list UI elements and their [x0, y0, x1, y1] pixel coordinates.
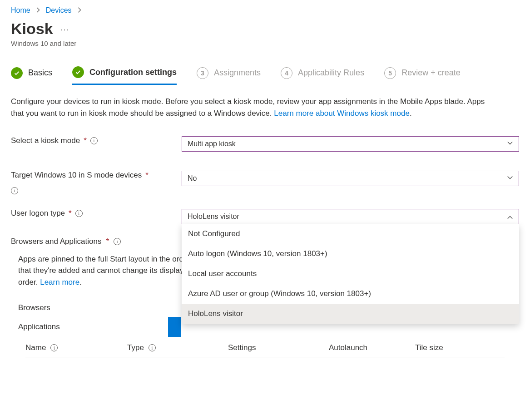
- breadcrumb-home[interactable]: Home: [11, 6, 30, 15]
- col-label: Autolaunch: [329, 343, 367, 352]
- wizard-steps: Basics Configuration settings 3 Assignme…: [11, 66, 519, 85]
- required-asterisk: *: [69, 209, 72, 218]
- more-actions-icon[interactable]: ···: [60, 25, 70, 35]
- select-user-logon-type[interactable]: HoloLens visitor Not Configured Auto log…: [182, 209, 519, 224]
- col-label: Tile size: [415, 343, 443, 352]
- info-icon[interactable]: i: [11, 187, 18, 194]
- col-name[interactable]: Name i: [25, 343, 127, 352]
- tab-applications[interactable]: Applications: [18, 318, 168, 336]
- info-icon[interactable]: i: [90, 137, 98, 144]
- step-number-badge: 5: [384, 67, 396, 79]
- col-label: Settings: [228, 343, 256, 352]
- step-label: Assignments: [214, 68, 261, 78]
- intro-text: Configure your devices to run in kiosk m…: [11, 96, 492, 120]
- label-text: Browsers and Applications: [11, 237, 101, 246]
- select-value: No: [188, 174, 197, 183]
- col-settings[interactable]: Settings: [228, 343, 329, 352]
- select-value: Multi app kiosk: [188, 140, 236, 148]
- label-text: Target Windows 10 in S mode devices: [11, 171, 142, 180]
- required-asterisk: *: [145, 171, 149, 180]
- step-basics[interactable]: Basics: [11, 67, 52, 84]
- step-label: Applicability Rules: [298, 68, 364, 78]
- step-number-badge: 3: [197, 67, 208, 79]
- breadcrumb: Home Devices: [11, 6, 519, 15]
- table-header-row: Name i Type i Settings Autolaunch Tile s…: [25, 343, 505, 352]
- row-kiosk-mode: Select a kiosk mode * i Multi app kiosk: [11, 136, 519, 152]
- info-icon[interactable]: i: [149, 344, 156, 351]
- info-icon[interactable]: i: [50, 344, 58, 351]
- checkmark-icon: [72, 66, 84, 78]
- row-user-logon-type: User logon type * i HoloLens visitor Not…: [11, 209, 519, 224]
- step-assignments[interactable]: 3 Assignments: [197, 67, 261, 84]
- select-kiosk-mode[interactable]: Multi app kiosk: [182, 136, 519, 152]
- required-asterisk: *: [106, 237, 109, 246]
- required-asterisk: *: [84, 136, 87, 145]
- option-local-user-accounts[interactable]: Local user accounts: [182, 264, 519, 284]
- active-tab-indicator: [168, 317, 181, 337]
- col-label: Type: [127, 343, 144, 352]
- select-value: HoloLens visitor: [188, 212, 239, 221]
- col-autolaunch[interactable]: Autolaunch: [329, 343, 415, 352]
- step-configuration-settings[interactable]: Configuration settings: [72, 66, 177, 85]
- section-description: Apps are pinned to the full Start layout…: [18, 253, 191, 288]
- label-text: User logon type: [11, 209, 65, 218]
- learn-more-link[interactable]: Learn more about Windows kiosk mode: [274, 109, 410, 118]
- select-s-mode[interactable]: No: [182, 171, 519, 186]
- option-azure-ad-user-group[interactable]: Azure AD user or group (Windows 10, vers…: [182, 284, 519, 304]
- checkmark-icon: [11, 67, 23, 79]
- chevron-down-icon: [507, 140, 513, 148]
- col-label: Name: [25, 343, 46, 352]
- col-type[interactable]: Type i: [127, 343, 228, 352]
- step-label: Review + create: [401, 68, 461, 78]
- intro-body: Configure your devices to run in kiosk m…: [11, 97, 485, 118]
- step-applicability-rules[interactable]: 4 Applicability Rules: [281, 67, 364, 84]
- desc-dot: .: [79, 278, 82, 287]
- chevron-right-icon: [35, 7, 41, 15]
- step-label: Basics: [28, 68, 52, 78]
- chevron-down-icon: [507, 174, 513, 183]
- breadcrumb-devices[interactable]: Devices: [46, 6, 72, 15]
- info-icon[interactable]: i: [75, 210, 83, 217]
- info-icon[interactable]: i: [114, 238, 121, 245]
- step-review-create[interactable]: 5 Review + create: [384, 67, 461, 84]
- chevron-up-icon: [507, 212, 513, 221]
- step-number-badge: 4: [281, 67, 292, 79]
- label-user-logon-type: User logon type * i: [11, 209, 182, 218]
- col-tile-size[interactable]: Tile size: [415, 343, 505, 352]
- apps-table: Name i Type i Settings Autolaunch Tile s…: [25, 343, 505, 357]
- label-kiosk-mode: Select a kiosk mode * i: [11, 136, 182, 145]
- step-label: Configuration settings: [89, 68, 177, 77]
- option-not-configured[interactable]: Not Configured: [182, 224, 519, 244]
- option-auto-logon[interactable]: Auto logon (Windows 10, version 1803+): [182, 244, 519, 264]
- label-s-mode: Target Windows 10 in S mode devices * i: [11, 171, 182, 194]
- label-text: Select a kiosk mode: [11, 136, 80, 145]
- chevron-right-icon: [76, 7, 83, 15]
- page-title: Kiosk: [11, 20, 53, 38]
- option-hololens-visitor[interactable]: HoloLens visitor: [182, 304, 519, 324]
- intro-dot: .: [410, 109, 412, 118]
- dropdown-user-logon-type: Not Configured Auto logon (Windows 10, v…: [182, 224, 519, 324]
- row-s-mode: Target Windows 10 in S mode devices * i …: [11, 171, 519, 194]
- learn-more-link[interactable]: Learn more: [40, 278, 79, 287]
- page-subtitle: Windows 10 and later: [11, 40, 519, 47]
